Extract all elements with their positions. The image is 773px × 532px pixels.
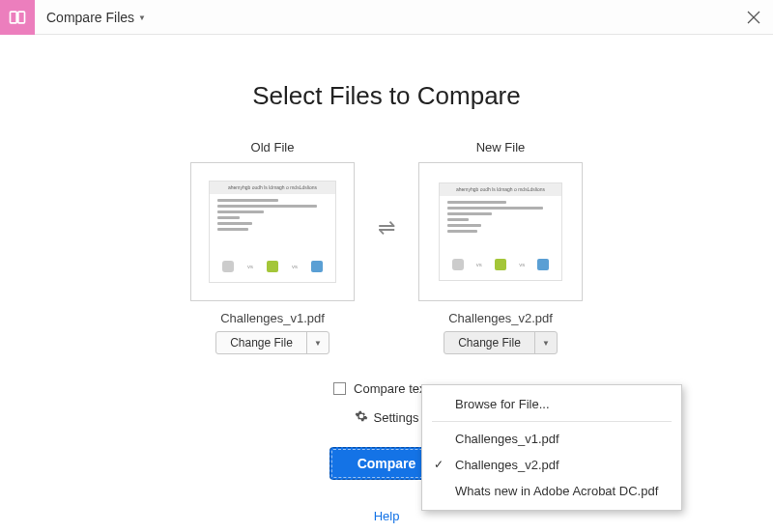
- titlebar: Compare Files ▼: [0, 0, 773, 35]
- old-file-label: Old File: [251, 140, 295, 154]
- chevron-down-icon: ▼: [138, 14, 146, 22]
- old-file-name: Challenges_v1.pdf: [220, 311, 325, 325]
- swap-files-icon[interactable]: ⇌: [372, 140, 401, 238]
- settings-link[interactable]: Settings: [355, 409, 419, 426]
- dropdown-browse-item[interactable]: Browse for File...: [422, 391, 681, 417]
- old-file-thumbnail[interactable]: ahemyhgb oudh ls ldmagh o mdsLdslions vs: [190, 162, 355, 301]
- old-file-pane: Old File ahemyhgb oudh ls ldmagh o mdsLd…: [190, 140, 355, 354]
- new-file-pane: New File ahemyhgb oudh ls ldmagh o mdsLd…: [418, 140, 583, 354]
- window-title[interactable]: Compare Files ▼: [46, 10, 146, 25]
- change-file-dropdown-menu: Browse for File... Challenges_v1.pdf Cha…: [421, 384, 682, 511]
- close-button[interactable]: [734, 0, 773, 35]
- new-file-thumbnail[interactable]: ahemyhgb oudh ls ldmagh o mdsLdslions vs: [418, 162, 583, 301]
- new-file-name: Challenges_v2.pdf: [448, 311, 553, 325]
- main-panel: Select Files to Compare Old File ahemyhg…: [0, 35, 773, 523]
- new-change-file-button[interactable]: Change File: [444, 332, 535, 353]
- compare-text-only-checkbox[interactable]: [333, 382, 346, 395]
- dropdown-file-item[interactable]: Challenges_v1.pdf: [422, 426, 681, 452]
- help-link[interactable]: Help: [374, 509, 400, 523]
- file-panes: Old File ahemyhgb oudh ls ldmagh o mdsLd…: [0, 140, 773, 354]
- old-change-file-dropdown-toggle[interactable]: ▼: [307, 332, 329, 353]
- new-change-file-dropdown-toggle[interactable]: ▼: [535, 332, 557, 353]
- old-change-file-button[interactable]: Change File: [216, 332, 307, 353]
- page-heading: Select Files to Compare: [0, 81, 773, 111]
- dropdown-separator: [432, 421, 672, 422]
- settings-label: Settings: [374, 410, 419, 425]
- dropdown-file-item[interactable]: Challenges_v2.pdf: [422, 452, 681, 478]
- window-title-label: Compare Files: [46, 10, 134, 25]
- svg-rect-0: [11, 12, 17, 23]
- gear-icon: [355, 409, 368, 426]
- app-icon: [0, 0, 35, 35]
- old-change-file-split-button: Change File ▼: [215, 331, 329, 354]
- dropdown-file-item[interactable]: Whats new in Adobe Acrobat DC.pdf: [422, 478, 681, 504]
- new-change-file-split-button: Change File ▼: [444, 331, 558, 354]
- new-file-label: New File: [476, 140, 526, 154]
- svg-rect-1: [18, 12, 25, 23]
